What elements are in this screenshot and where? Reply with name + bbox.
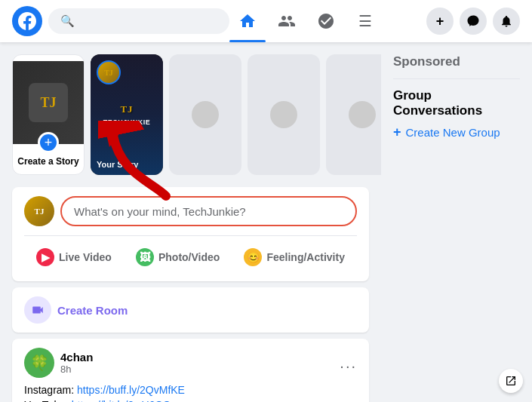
post-header: 🍀 4chan 8h ... [24, 348, 357, 378]
photo-video-label: Photo/Video [158, 251, 220, 263]
group-conversations-title: Group Conversations [393, 88, 520, 118]
live-video-label: Live Video [59, 251, 112, 263]
nav-center: ☰ [229, 3, 383, 39]
instagram-label: Instagram: [24, 384, 74, 396]
live-video-icon: ▶ [36, 248, 54, 266]
post-user-info: 4chan 8h [60, 351, 334, 375]
create-story-card[interactable]: TJ + Create a Story [12, 54, 85, 175]
youtube-link[interactable]: https://bit.ly/2wU6QSc [72, 399, 176, 402]
post-more-button[interactable]: ... [340, 354, 357, 372]
create-story-avatar: TJ [29, 83, 68, 122]
tj-logo: TJ [120, 103, 133, 115]
create-group-label: Create New Group [406, 126, 500, 139]
popout-button[interactable] [499, 369, 523, 393]
facebook-logo[interactable] [12, 6, 42, 36]
post-input-row: TJ What's on your mind, TechJunkie? [24, 196, 357, 226]
empty-story-dot [349, 101, 376, 128]
post-youtube-row: YouTube: https://bit.ly/2wU6QSc [24, 399, 357, 402]
post-card: 🍀 4chan 8h ... Instagram: https://buff.l… [12, 339, 369, 402]
search-icon: 🔍 [60, 14, 75, 28]
post-time: 8h [60, 364, 334, 375]
sponsored-title: Sponsored [393, 54, 520, 69]
create-group-button[interactable]: + Create New Group [393, 124, 520, 140]
live-video-button[interactable]: ▶ Live Video [27, 242, 121, 272]
top-navigation: 🔍 ☰ + [0, 0, 532, 42]
feed-area: TJ + Create a Story TJ TJ TECHJUNKIE You… [0, 42, 381, 402]
feeling-icon: 😊 [244, 248, 262, 266]
create-room-box: Create Room [12, 287, 369, 333]
menu-nav-button[interactable]: ☰ [347, 3, 383, 39]
sidebar-divider-1 [393, 78, 520, 79]
tj-brand-name: TECHJUNKIE [103, 118, 151, 126]
stories-row: TJ + Create a Story TJ TJ TECHJUNKIE You… [12, 54, 369, 175]
post-user-avatar: 🍀 [24, 348, 54, 378]
plus-icon: + [393, 124, 401, 140]
post-actions: ▶ Live Video 🖼 Photo/Video 😊 Feeling/Act… [24, 235, 357, 272]
your-story-card[interactable]: TJ TJ TECHJUNKIE Your Story [91, 54, 163, 175]
friends-nav-button[interactable] [269, 3, 305, 39]
post-user-name[interactable]: 4chan [60, 351, 334, 364]
photo-video-icon: 🖼 [136, 248, 154, 266]
create-room-label: Create Room [57, 304, 128, 317]
feeling-button[interactable]: 😊 Feeling/Activity [235, 242, 353, 272]
your-story-label: Your Story [97, 160, 138, 169]
main-layout: TJ + Create a Story TJ TJ TECHJUNKIE You… [0, 42, 532, 402]
post-box: TJ What's on your mind, TechJunkie? ▶ Li… [12, 187, 369, 281]
youtube-label: YouTube: [24, 399, 69, 402]
messenger-button[interactable] [460, 8, 487, 35]
post-input-field[interactable]: What's on your mind, TechJunkie? [60, 196, 357, 226]
post-user-avatar: TJ [24, 196, 54, 226]
empty-story-dot [192, 101, 219, 128]
plus-icon: + [436, 14, 444, 29]
post-placeholder: What's on your mind, TechJunkie? [74, 205, 246, 218]
empty-story-card-3[interactable] [326, 54, 381, 175]
create-room-button[interactable]: Create Room [24, 296, 357, 324]
photo-video-button[interactable]: 🖼 Photo/Video [127, 242, 229, 272]
post-instagram-row: Instagram: https://buff.ly/2QvMfKE [24, 384, 357, 396]
feeling-label: Feeling/Activity [266, 251, 344, 263]
room-icon [24, 296, 51, 324]
nav-left: 🔍 [12, 6, 229, 36]
instagram-link[interactable]: https://buff.ly/2QvMfKE [77, 384, 185, 396]
search-box[interactable]: 🔍 [48, 8, 229, 34]
empty-story-card-1[interactable] [169, 54, 241, 175]
techjunkie-content: TJ TECHJUNKIE [91, 54, 163, 175]
empty-story-card-2[interactable] [248, 54, 320, 175]
right-sidebar: Sponsored Group Conversations + Create N… [381, 42, 532, 402]
home-nav-button[interactable] [229, 3, 266, 39]
groups-nav-button[interactable] [308, 3, 344, 39]
nav-right: + [383, 8, 520, 35]
story-plus-icon: + [38, 132, 59, 153]
create-story-image: TJ + [13, 61, 84, 144]
notifications-button[interactable] [493, 8, 520, 35]
add-button[interactable]: + [426, 8, 454, 35]
empty-story-dot [270, 101, 297, 128]
